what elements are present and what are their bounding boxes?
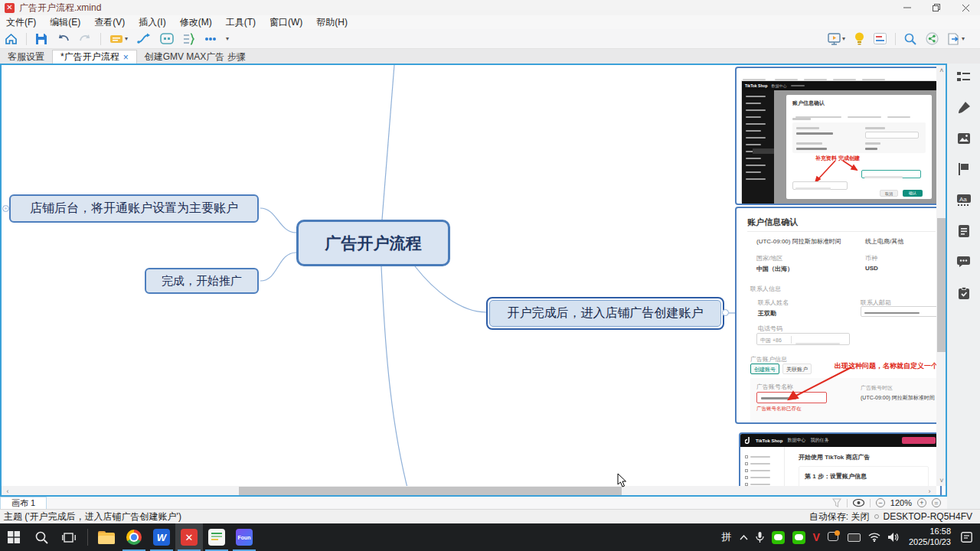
menu-insert[interactable]: 插入(I)	[139, 16, 165, 29]
menu-edit[interactable]: 编辑(E)	[50, 16, 80, 29]
sticker-panel-button[interactable]: Aa	[957, 194, 971, 206]
close-button[interactable]	[951, 0, 980, 15]
hidden-icons-button[interactable]	[736, 523, 752, 551]
sidebar-text-bar	[746, 171, 761, 173]
menu-window[interactable]: 窗口(W)	[270, 16, 302, 29]
ad-section-label: 广告账户信息	[750, 355, 787, 364]
start-button[interactable]	[0, 523, 28, 551]
style-panel-button[interactable]	[958, 102, 970, 114]
menu-file[interactable]: 文件(F)	[6, 16, 36, 29]
boundary-button[interactable]	[155, 31, 178, 47]
chrome-button[interactable]	[120, 523, 148, 551]
action-center-button[interactable]	[957, 523, 980, 551]
sheet-bar: 画布 1 − 120% + =	[0, 497, 947, 509]
undo-button[interactable]	[52, 31, 74, 47]
notes-toolbar-button[interactable]	[869, 31, 891, 47]
chrome-icon	[126, 530, 142, 545]
sheet-tab-canvas1[interactable]: 画布 1	[0, 497, 47, 509]
zoom-level[interactable]: 120%	[890, 498, 912, 507]
founder-app-button[interactable]: Foun	[230, 523, 258, 551]
tab-ad-account-flow[interactable]: *广告开户流程 ×	[52, 50, 137, 64]
summary-button[interactable]	[178, 31, 200, 47]
image-panel-button[interactable]	[958, 133, 970, 144]
ellipsis-icon	[204, 37, 217, 41]
notification-dot-app-button[interactable]	[824, 523, 844, 551]
share-button[interactable]	[921, 31, 943, 47]
topic-shop-backend[interactable]: 店铺后台，将开通账户设置为主要账户	[9, 194, 259, 223]
scroll-down-arrow[interactable]: ˅	[936, 475, 947, 486]
notes-panel-button[interactable]	[959, 225, 969, 237]
tab-customer-service[interactable]: 客服设置	[0, 50, 52, 64]
scroll-right-arrow[interactable]: ›	[925, 486, 934, 497]
zoom-in-button[interactable]: +	[917, 498, 926, 507]
eye-icon[interactable]	[853, 499, 864, 507]
horizontal-scrollbar[interactable]: ‹ ›	[2, 486, 936, 497]
clock[interactable]: 16:58 2025/10/23	[903, 523, 957, 551]
wechat-tray-button-2[interactable]	[789, 523, 809, 551]
wechat-tray-button[interactable]	[768, 523, 789, 551]
tab-close-icon[interactable]: ×	[123, 52, 129, 63]
task-panel-button[interactable]	[959, 287, 969, 299]
more-tools-button[interactable]	[200, 31, 221, 47]
zoom-out-button[interactable]: −	[876, 498, 885, 507]
search-button[interactable]	[900, 31, 921, 47]
export-button[interactable]: ▾	[943, 31, 969, 47]
vertical-scrollbar[interactable]: ˄ ˅	[936, 65, 947, 486]
collapse-handle[interactable]: +	[2, 205, 9, 212]
relationship-button[interactable]	[132, 31, 155, 47]
home-button[interactable]	[0, 31, 22, 47]
display-device-tray-button[interactable]	[844, 523, 864, 551]
topic-open-account-done[interactable]: 开户完成后，进入店铺广告创建账户	[486, 297, 724, 330]
task-view-button[interactable]	[55, 523, 83, 551]
sticker-aa-icon: Aa	[957, 194, 971, 206]
menu-help[interactable]: 帮助(H)	[316, 16, 348, 29]
topic-finish-promote[interactable]: 完成，开始推广	[145, 268, 259, 294]
microphone-tray-button[interactable]	[752, 523, 768, 551]
scroll-up-arrow[interactable]: ˄	[936, 65, 947, 76]
central-topic[interactable]: 广告开户流程	[296, 220, 450, 266]
menu-view[interactable]: 查看(V)	[94, 16, 125, 29]
wps-button[interactable]: W	[148, 523, 175, 551]
text-editor-button[interactable]	[203, 523, 230, 551]
display-icon	[848, 533, 861, 542]
ime-indicator[interactable]: 拼	[718, 523, 736, 551]
taskbar-search-button[interactable]	[28, 523, 55, 551]
attached-screenshot-account-confirm-zoom[interactable]: 账户信息确认 (UTC-09:00) 阿拉斯加标准时间 线上电商/其他 国家/地…	[735, 207, 946, 424]
comments-panel-button[interactable]	[957, 256, 970, 268]
save-button[interactable]	[31, 31, 52, 47]
redo-button[interactable]	[74, 31, 96, 47]
file-explorer-button[interactable]	[93, 523, 120, 551]
menu-modify[interactable]: 修改(M)	[180, 16, 212, 29]
mini-dark-sidebar	[742, 90, 774, 204]
horizontal-scroll-thumb[interactable]	[239, 487, 622, 496]
notes-icon	[959, 225, 969, 237]
v-app-tray-button[interactable]: V	[809, 523, 824, 551]
fit-map-button[interactable]: =	[932, 498, 941, 507]
mindmap-canvas[interactable]: + 店铺后台，将开通账户设置为主要账户 完成，开始推广 广告开户流程 开户完成后…	[0, 64, 947, 497]
topic-shape-button[interactable]: ▾	[105, 31, 132, 47]
presentation-button[interactable]: ▾	[823, 31, 850, 47]
more-dropdown-button[interactable]: ▾	[221, 31, 234, 47]
tab-gmv-max[interactable]: 创建GMV MAX广告 步骤	[137, 50, 253, 64]
xmind-taskbar-button[interactable]: ✕	[175, 523, 203, 551]
wechat-icon	[772, 531, 785, 544]
menu-tools[interactable]: 工具(T)	[226, 16, 256, 29]
filter-icon[interactable]	[832, 498, 841, 507]
structure-panel-button[interactable]	[957, 71, 970, 83]
scroll-left-arrow[interactable]: ‹	[3, 486, 12, 497]
sidebar-text-bar	[746, 178, 766, 180]
restore-button[interactable]	[922, 0, 951, 15]
marker-panel-button[interactable]	[958, 163, 969, 175]
vertical-scroll-thumb[interactable]	[937, 218, 946, 352]
wifi-icon	[868, 533, 880, 542]
attached-screenshot-account-confirm-modal[interactable]: TikTok Shop 数据中心 账户信息确认	[735, 67, 940, 205]
svg-text:Aa: Aa	[959, 196, 967, 203]
collapse-handle[interactable]	[722, 309, 729, 316]
toolbar-separator	[895, 33, 896, 45]
step-title: 第 1 步：设置账户信息	[805, 472, 867, 481]
network-tray-button[interactable]	[864, 523, 884, 551]
minimize-button[interactable]	[893, 0, 922, 15]
tips-button[interactable]	[850, 31, 869, 47]
volume-tray-button[interactable]	[884, 523, 903, 551]
separator	[847, 499, 848, 507]
